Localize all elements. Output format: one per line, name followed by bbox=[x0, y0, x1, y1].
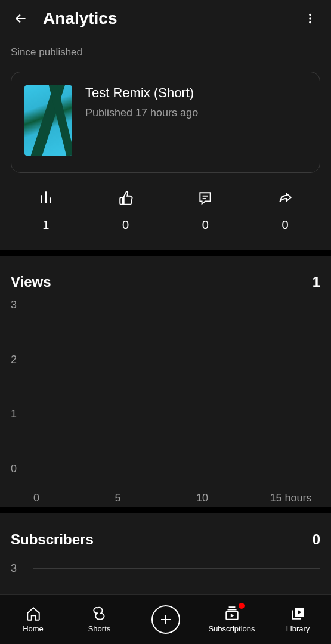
nav-subscriptions-label: Subscriptions bbox=[208, 624, 255, 633]
share-icon bbox=[276, 190, 294, 206]
bar-chart-icon bbox=[38, 191, 54, 205]
views-line bbox=[33, 305, 320, 594]
nav-library-label: Library bbox=[286, 624, 310, 633]
stat-comments-value: 0 bbox=[202, 218, 209, 232]
x-tick: 10 bbox=[196, 492, 208, 504]
subscriptions-icon bbox=[224, 606, 240, 621]
views-section-title: Views bbox=[11, 274, 51, 290]
subscribers-chart: 3 bbox=[11, 562, 320, 584]
arrow-left-icon bbox=[13, 11, 29, 26]
plus-icon bbox=[159, 612, 173, 627]
video-thumbnail bbox=[24, 85, 72, 156]
nav-create[interactable] bbox=[132, 605, 199, 634]
svg-point-0 bbox=[309, 14, 311, 16]
shorts-icon bbox=[92, 605, 107, 622]
x-tick: 5 bbox=[115, 492, 120, 504]
home-icon bbox=[26, 606, 41, 621]
stat-likes[interactable]: 0 bbox=[86, 190, 166, 232]
nav-library[interactable]: Library bbox=[265, 605, 331, 633]
svg-point-1 bbox=[309, 17, 311, 20]
stat-likes-value: 0 bbox=[122, 218, 129, 232]
video-card[interactable]: Test Remix (Short) Published 17 hours ag… bbox=[11, 72, 320, 173]
page-title: Analytics bbox=[43, 9, 300, 28]
y-tick: 3 bbox=[11, 562, 17, 575]
stat-views-value: 1 bbox=[42, 218, 49, 232]
views-chart: 3210051015 hours bbox=[11, 305, 320, 496]
nav-home-label: Home bbox=[23, 624, 44, 633]
stats-row: 1 0 0 bbox=[0, 173, 331, 250]
y-tick: 0 bbox=[11, 463, 17, 475]
video-title: Test Remix (Short) bbox=[85, 85, 198, 101]
y-tick: 3 bbox=[11, 299, 17, 311]
library-icon bbox=[290, 606, 306, 621]
more-vertical-icon bbox=[304, 12, 317, 25]
y-tick: 1 bbox=[11, 408, 17, 420]
video-published: Published 17 hours ago bbox=[85, 107, 198, 119]
nav-shorts-label: Shorts bbox=[88, 624, 111, 633]
x-tick: 0 bbox=[33, 492, 39, 504]
views-section: Views 1 3210051015 hours bbox=[0, 256, 331, 507]
nav-home[interactable]: Home bbox=[0, 605, 66, 633]
bottom-nav: Home Shorts Subscrip bbox=[0, 594, 331, 644]
y-tick: 2 bbox=[11, 353, 17, 366]
x-tick: 15 hours bbox=[270, 492, 311, 504]
notification-dot-icon bbox=[239, 603, 245, 609]
nav-subscriptions[interactable]: Subscriptions bbox=[199, 605, 265, 633]
since-published-label: Since published bbox=[0, 35, 331, 64]
more-options-button[interactable] bbox=[300, 8, 320, 29]
views-section-value: 1 bbox=[313, 274, 320, 290]
back-button[interactable] bbox=[11, 8, 31, 29]
nav-shorts[interactable]: Shorts bbox=[66, 605, 132, 633]
thumbs-up-icon bbox=[117, 190, 134, 206]
comment-icon bbox=[197, 190, 214, 206]
stat-shares-value: 0 bbox=[282, 218, 289, 232]
stat-shares[interactable]: 0 bbox=[245, 190, 325, 232]
svg-point-2 bbox=[309, 21, 311, 24]
stat-views[interactable]: 1 bbox=[6, 190, 86, 232]
stat-comments[interactable]: 0 bbox=[166, 190, 246, 232]
